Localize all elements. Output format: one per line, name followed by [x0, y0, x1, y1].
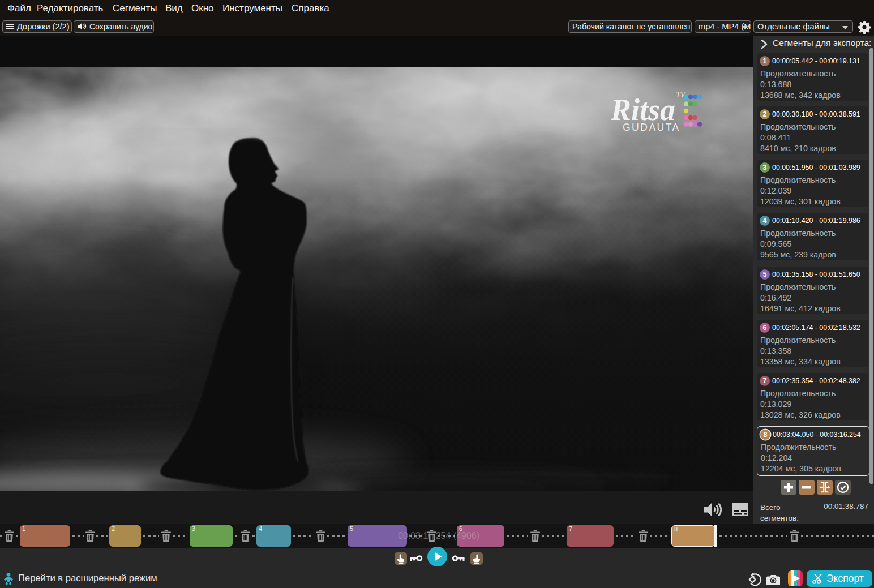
svg-text:GUDAUTA: GUDAUTA [623, 122, 680, 133]
